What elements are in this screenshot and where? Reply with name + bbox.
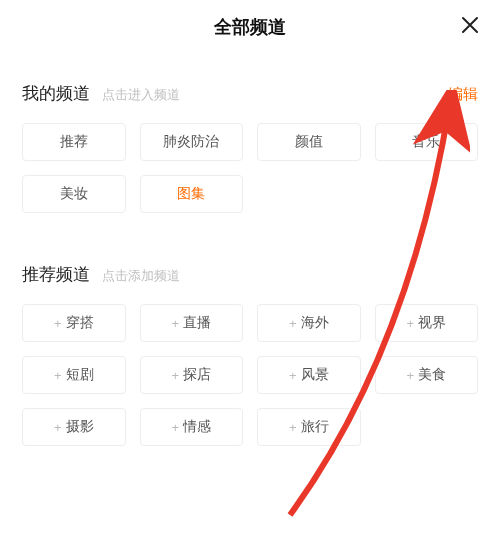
recommended-channels-hint: 点击添加频道 (102, 268, 180, 283)
add-channel-chip-label: 探店 (183, 366, 211, 384)
add-channel-chip-label: 视界 (418, 314, 446, 332)
add-channel-chip-label: 穿搭 (66, 314, 94, 332)
add-channel-chip[interactable]: +美食 (375, 356, 479, 394)
add-channel-chip[interactable]: +旅行 (257, 408, 361, 446)
plus-icon: + (171, 316, 179, 331)
channel-chip[interactable]: 肺炎防治 (140, 123, 244, 161)
plus-icon: + (289, 316, 297, 331)
add-channel-chip-label: 旅行 (301, 418, 329, 436)
my-channels-grid: 推荐肺炎防治颜值音乐美妆图集 (22, 123, 478, 213)
page-title: 全部频道 (214, 15, 286, 39)
plus-icon: + (289, 420, 297, 435)
channel-chip-label: 美妆 (60, 185, 88, 203)
add-channel-chip[interactable]: +风景 (257, 356, 361, 394)
add-channel-chip[interactable]: +直播 (140, 304, 244, 342)
add-channel-chip[interactable]: +短剧 (22, 356, 126, 394)
channel-chip-label: 肺炎防治 (163, 133, 219, 151)
recommended-channels-section: 推荐频道 点击添加频道 +穿搭+直播+海外+视界+短剧+探店+风景+美食+摄影+… (0, 263, 500, 446)
channel-chip-label: 图集 (177, 185, 205, 203)
add-channel-chip-label: 美食 (418, 366, 446, 384)
recommended-channels-title: 推荐频道 (22, 265, 90, 284)
channel-chip[interactable]: 音乐 (375, 123, 479, 161)
add-channel-chip[interactable]: +海外 (257, 304, 361, 342)
add-channel-chip-label: 短剧 (66, 366, 94, 384)
add-channel-chip[interactable]: +穿搭 (22, 304, 126, 342)
channel-chip-label: 音乐 (412, 133, 440, 151)
plus-icon: + (289, 368, 297, 383)
plus-icon: + (54, 316, 62, 331)
channel-chip[interactable]: 美妆 (22, 175, 126, 213)
add-channel-chip-label: 海外 (301, 314, 329, 332)
add-channel-chip[interactable]: +摄影 (22, 408, 126, 446)
channel-chip[interactable]: 图集 (140, 175, 244, 213)
channel-chip[interactable]: 推荐 (22, 123, 126, 161)
channel-chip[interactable]: 颜值 (257, 123, 361, 161)
plus-icon: + (171, 368, 179, 383)
my-channels-hint: 点击进入频道 (102, 87, 180, 102)
plus-icon: + (54, 420, 62, 435)
edit-button[interactable]: 编辑 (448, 85, 478, 104)
plus-icon: + (406, 368, 414, 383)
channel-chip-label: 颜值 (295, 133, 323, 151)
my-channels-title: 我的频道 (22, 84, 90, 103)
add-channel-chip-label: 风景 (301, 366, 329, 384)
add-channel-chip-label: 直播 (183, 314, 211, 332)
add-channel-chip[interactable]: +视界 (375, 304, 479, 342)
channel-chip-label: 推荐 (60, 133, 88, 151)
my-channels-head: 我的频道 点击进入频道 编辑 (22, 82, 478, 105)
plus-icon: + (406, 316, 414, 331)
add-channel-chip-label: 摄影 (66, 418, 94, 436)
close-icon[interactable] (460, 15, 480, 39)
recommended-channels-grid: +穿搭+直播+海外+视界+短剧+探店+风景+美食+摄影+情感+旅行 (22, 304, 478, 446)
header: 全部频道 (0, 0, 500, 54)
plus-icon: + (171, 420, 179, 435)
my-channels-section: 我的频道 点击进入频道 编辑 推荐肺炎防治颜值音乐美妆图集 (0, 82, 500, 213)
add-channel-chip[interactable]: +探店 (140, 356, 244, 394)
add-channel-chip[interactable]: +情感 (140, 408, 244, 446)
add-channel-chip-label: 情感 (183, 418, 211, 436)
recommended-channels-head: 推荐频道 点击添加频道 (22, 263, 478, 286)
plus-icon: + (54, 368, 62, 383)
